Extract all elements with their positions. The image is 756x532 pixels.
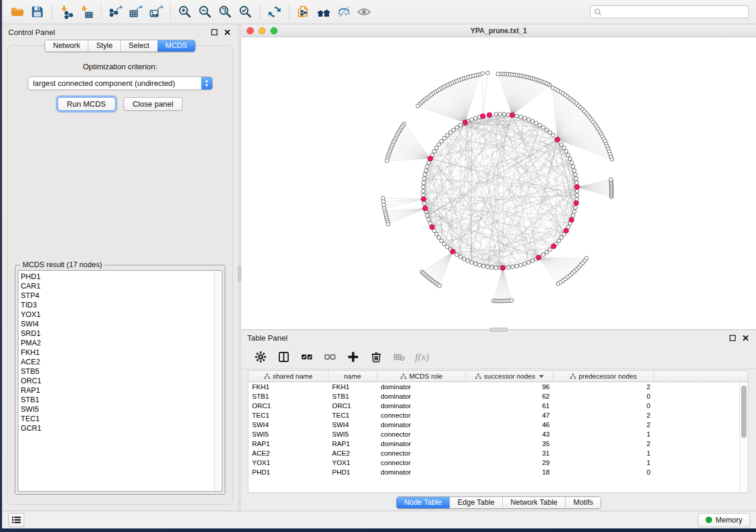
mcds-result-item[interactable]: TEC1: [21, 414, 214, 424]
splitter-grip[interactable]: [238, 266, 241, 281]
mcds-result-item[interactable]: GCR1: [21, 424, 214, 433]
column-settings-gear-icon[interactable]: [253, 350, 267, 364]
mcds-result-item[interactable]: YOX1: [21, 310, 214, 319]
table-row[interactable]: ACE2ACE2connector311: [248, 448, 748, 458]
dropdown-stepper-icon: [201, 76, 212, 90]
search-field[interactable]: [590, 5, 749, 18]
add-column-icon[interactable]: [346, 350, 360, 364]
close-panel-icon[interactable]: [222, 27, 232, 37]
network-graph[interactable]: [241, 37, 756, 329]
mcds-result-item[interactable]: SWI4: [21, 319, 214, 329]
close-window-icon[interactable]: [247, 27, 254, 34]
cell-name: SWI5: [328, 431, 377, 438]
tab-edge-table[interactable]: Edge Table: [449, 497, 502, 508]
table-scrollbar[interactable]: [739, 382, 748, 492]
table-panel-tabs: Node TableEdge TableNetwork TableMotifs: [396, 496, 602, 509]
refresh-view-icon[interactable]: [264, 2, 285, 21]
tab-node-table[interactable]: Node Table: [397, 497, 449, 508]
column-header-mcds_role[interactable]: MCDS role: [377, 371, 466, 382]
table-row[interactable]: SWI4SWI4dominator462: [248, 420, 748, 430]
cell-shared_name: SWI5: [248, 431, 328, 438]
toolbar-separator: [101, 4, 101, 20]
table-row[interactable]: PHD1PHD1dominator180: [248, 467, 748, 477]
import-table-from-file-icon[interactable]: [76, 2, 97, 21]
mcds-list-scrollbar[interactable]: [214, 271, 222, 491]
show-all-icon[interactable]: [354, 2, 374, 21]
tab-style[interactable]: Style: [88, 40, 120, 52]
column-header-predecessor_nodes[interactable]: predecessor nodes: [553, 371, 654, 382]
import-network-from-file-icon[interactable]: [56, 2, 76, 21]
mcds-result-item[interactable]: CAR1: [21, 281, 214, 291]
close-panel-icon[interactable]: [741, 333, 750, 342]
new-network-from-selection-icon[interactable]: [294, 2, 314, 21]
mcds-result-item[interactable]: ORC1: [21, 376, 214, 386]
delete-column-icon[interactable]: [369, 350, 383, 364]
toolbar-separator: [260, 4, 260, 20]
table-row[interactable]: FKH1FKH1dominator962: [248, 382, 748, 392]
mcds-result-item[interactable]: PHD1: [21, 272, 214, 281]
tab-mcds[interactable]: MCDS: [157, 40, 195, 52]
memory-button[interactable]: Memory: [698, 513, 750, 527]
task-history-button[interactable]: [8, 513, 24, 527]
deselect-all-rows-icon[interactable]: [323, 350, 337, 364]
mcds-result-item[interactable]: FKH1: [21, 348, 214, 357]
cell-name: SWI4: [328, 421, 377, 428]
mcds-result-item[interactable]: STP4: [21, 291, 214, 300]
open-file-icon[interactable]: [7, 2, 27, 21]
mcds-result-item[interactable]: SWI5: [21, 405, 214, 414]
cell-mcds_role: dominator: [377, 383, 466, 390]
select-all-rows-icon[interactable]: [299, 350, 314, 364]
close-panel-button[interactable]: Close panel: [123, 97, 183, 111]
tab-network-table[interactable]: Network Table: [502, 497, 565, 508]
criterion-dropdown[interactable]: largest connected component (undirected): [28, 76, 213, 90]
mcds-result-item[interactable]: SRD1: [21, 329, 214, 338]
float-panel-icon[interactable]: [209, 27, 219, 37]
mcds-result-item[interactable]: ACE2: [21, 357, 214, 367]
save-session-icon[interactable]: [27, 2, 47, 21]
first-neighbors-icon[interactable]: [314, 2, 334, 21]
toggle-column-layout-icon[interactable]: [276, 350, 291, 364]
table-row[interactable]: STB1STB1dominator620: [248, 392, 748, 401]
cell-name: ACE2: [328, 450, 377, 457]
column-header-successor_nodes[interactable]: successor nodes: [466, 371, 553, 382]
zoom-out-icon[interactable]: [195, 2, 215, 21]
mcds-result-item[interactable]: PMA2: [21, 338, 214, 348]
control-panel-tabs: NetworkStyleSelectMCDS: [44, 40, 195, 52]
main-toolbar: [2, 0, 756, 24]
export-image-icon[interactable]: [146, 2, 166, 21]
table-row[interactable]: ORC1ORC1dominator610: [248, 401, 748, 411]
table-scrollbar-thumb[interactable]: [741, 386, 747, 438]
cell-name: YOX1: [328, 459, 377, 466]
mcds-result-item[interactable]: STB1: [21, 395, 214, 405]
float-panel-icon[interactable]: [728, 333, 737, 342]
table-row[interactable]: TEC1TEC1connector472: [248, 411, 748, 420]
hide-selected-icon[interactable]: [334, 2, 354, 21]
criterion-dropdown-value: largest connected component (undirected): [28, 79, 201, 88]
zoom-fit-content-icon[interactable]: [215, 2, 235, 21]
run-mcds-button[interactable]: Run MCDS: [58, 97, 116, 111]
horizontal-splitter-grip[interactable]: [489, 328, 508, 332]
cell-successor_nodes: 96: [466, 383, 553, 390]
tab-select[interactable]: Select: [120, 40, 157, 52]
cell-mcds_role: dominator: [377, 440, 466, 447]
column-header-shared_name[interactable]: shared name: [248, 371, 328, 382]
export-table-icon[interactable]: [126, 2, 146, 21]
column-header-name[interactable]: name: [328, 371, 377, 382]
zoom-selected-icon[interactable]: [235, 2, 256, 21]
mcds-result-item[interactable]: TID3: [21, 300, 214, 310]
zoom-in-icon[interactable]: [175, 2, 195, 21]
network-window-titlebar[interactable]: YPA_prune.txt_1: [241, 24, 756, 37]
minimize-window-icon[interactable]: [259, 27, 266, 34]
table-row[interactable]: YOX1YOX1connector291: [248, 458, 748, 467]
maximize-window-icon[interactable]: [270, 27, 277, 34]
tab-motifs[interactable]: Motifs: [565, 497, 601, 508]
mcds-result-list[interactable]: PHD1CAR1STP4TID3YOX1SWI4SRD1PMA2FKH1ACE2…: [18, 271, 214, 491]
search-input[interactable]: [604, 8, 745, 16]
network-canvas[interactable]: [241, 37, 756, 329]
table-row[interactable]: RAP1RAP1dominator352: [248, 439, 748, 448]
mcds-result-item[interactable]: RAP1: [21, 386, 214, 395]
tab-network[interactable]: Network: [45, 40, 88, 52]
table-row[interactable]: SWI5SWI5connector431: [248, 430, 748, 439]
mcds-result-item[interactable]: STB5: [21, 367, 214, 376]
export-network-icon[interactable]: [106, 2, 126, 21]
